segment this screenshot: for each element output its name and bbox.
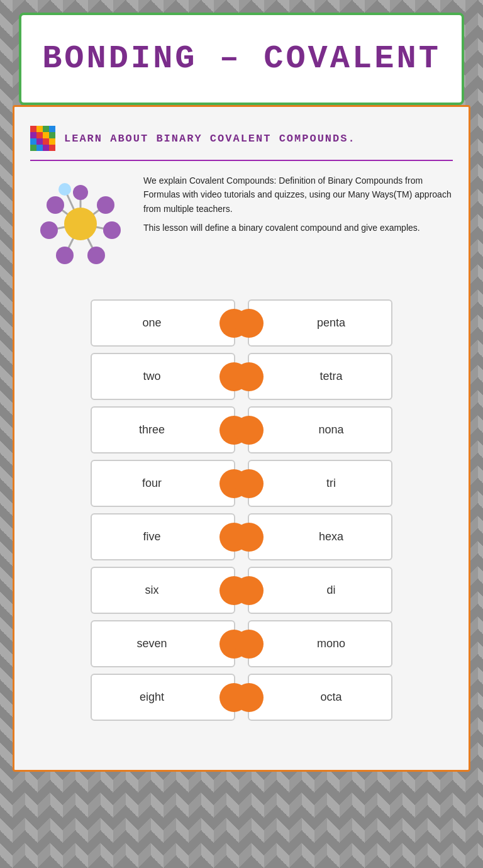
left-match-item[interactable]: five <box>91 513 235 560</box>
match-row: fourtri <box>30 460 453 507</box>
right-match-label: tetra <box>319 370 342 383</box>
svg-rect-9 <box>36 138 43 145</box>
description-text: We explain Covalent Compounds: Definitio… <box>143 174 453 274</box>
right-match-label: nona <box>318 423 343 437</box>
left-match-item[interactable]: six <box>91 567 235 614</box>
section-divider <box>30 160 453 161</box>
svg-rect-13 <box>36 145 43 151</box>
right-connector-dot <box>235 523 264 552</box>
content-card: LEARN ABOUT BINARY COVALENT COMPOUNDS. <box>13 105 470 772</box>
right-connector-dot <box>235 309 264 338</box>
page-title: BONDING – COVALENT <box>40 40 443 77</box>
right-match-label: octa <box>320 691 341 704</box>
svg-rect-10 <box>43 138 49 145</box>
svg-rect-12 <box>30 145 36 151</box>
left-match-label: five <box>143 530 160 543</box>
right-match-item[interactable]: hexa <box>248 513 392 560</box>
left-match-item[interactable]: seven <box>91 620 235 667</box>
right-match-item[interactable]: mono <box>248 620 392 667</box>
header-card: BONDING – COVALENT <box>19 13 464 105</box>
match-row: fivehexa <box>30 513 453 560</box>
right-match-item[interactable]: octa <box>248 674 392 721</box>
left-match-item[interactable]: two <box>91 353 235 400</box>
svg-rect-14 <box>43 145 49 151</box>
svg-rect-5 <box>36 132 43 138</box>
main-container: BONDING – COVALENT <box>0 13 483 772</box>
svg-point-30 <box>73 185 88 200</box>
svg-rect-15 <box>49 145 55 151</box>
match-row: sevenmono <box>30 620 453 667</box>
left-match-item[interactable]: one <box>91 299 235 347</box>
match-row: onepenta <box>30 299 453 347</box>
svg-point-24 <box>47 196 64 214</box>
pixel-icon <box>30 126 55 151</box>
left-match-item[interactable]: eight <box>91 674 235 721</box>
svg-rect-6 <box>43 132 49 138</box>
left-match-item[interactable]: three <box>91 406 235 453</box>
svg-point-31 <box>58 183 71 196</box>
svg-point-26 <box>40 221 58 239</box>
left-match-item[interactable]: four <box>91 460 235 507</box>
right-match-label: hexa <box>319 530 343 543</box>
left-match-label: two <box>143 370 160 383</box>
lesson-header: LEARN ABOUT BINARY COVALENT COMPOUNDS. <box>30 126 453 151</box>
right-match-label: mono <box>317 637 345 650</box>
svg-rect-7 <box>49 132 55 138</box>
right-connector-dot <box>235 576 264 605</box>
match-row: threenona <box>30 406 453 453</box>
right-match-label: penta <box>317 316 345 330</box>
svg-rect-8 <box>30 138 36 145</box>
svg-point-32 <box>64 208 97 240</box>
right-match-item[interactable]: penta <box>248 299 392 347</box>
left-match-label: six <box>145 584 159 597</box>
svg-point-29 <box>87 247 105 264</box>
description-section: We explain Covalent Compounds: Definitio… <box>30 174 453 274</box>
lesson-title: LEARN ABOUT BINARY COVALENT COMPOUNDS. <box>64 133 356 145</box>
match-row: eightocta <box>30 674 453 721</box>
svg-rect-4 <box>30 132 36 138</box>
svg-point-28 <box>56 247 74 264</box>
svg-rect-3 <box>49 126 55 132</box>
right-connector-dot <box>235 416 264 445</box>
match-row: sixdi <box>30 567 453 614</box>
right-match-item[interactable]: di <box>248 567 392 614</box>
svg-rect-0 <box>30 126 36 132</box>
svg-point-25 <box>97 196 114 214</box>
right-match-label: di <box>326 584 335 597</box>
left-match-label: one <box>142 316 161 330</box>
svg-rect-1 <box>36 126 43 132</box>
left-match-label: eight <box>140 691 164 704</box>
right-connector-dot <box>235 683 264 712</box>
right-connector-dot <box>235 362 264 391</box>
right-match-label: tri <box>326 477 336 490</box>
molecule-image <box>30 174 131 274</box>
right-connector-dot <box>235 469 264 498</box>
match-row: twotetra <box>30 353 453 400</box>
left-match-label: three <box>139 423 165 437</box>
svg-rect-2 <box>43 126 49 132</box>
left-match-label: seven <box>136 637 167 650</box>
right-connector-dot <box>235 630 264 659</box>
svg-rect-11 <box>49 138 55 145</box>
match-grid: onepentatwotetrathreenonafourtrifivehexa… <box>30 299 453 721</box>
svg-point-27 <box>103 221 121 239</box>
right-match-item[interactable]: nona <box>248 406 392 453</box>
right-match-item[interactable]: tri <box>248 460 392 507</box>
left-match-label: four <box>142 477 162 490</box>
right-match-item[interactable]: tetra <box>248 353 392 400</box>
